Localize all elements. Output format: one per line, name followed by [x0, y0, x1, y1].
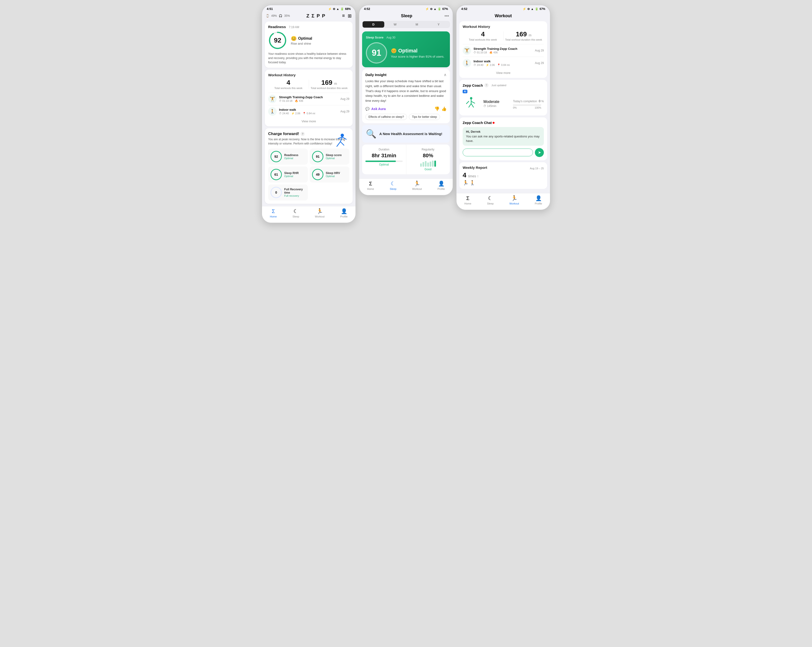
suggestion-2[interactable]: Tips for better sleep — [409, 114, 440, 120]
workout-item-2[interactable]: 🚶 Indoor walk ⏱ 24:40 ⚡ 2.06 📍 0.84 mi A… — [268, 105, 350, 118]
workout-history-title-3: Workout History — [462, 24, 544, 29]
filter-icon[interactable]: ≡ — [342, 13, 345, 19]
daily-insight-card: Daily Insight ∧ Looks like your sleep sc… — [362, 69, 450, 123]
weekly-dates: Aug 19 – 25 — [530, 167, 544, 170]
reg-bar-1 — [420, 164, 422, 167]
workout-label-3: Workout — [510, 202, 519, 205]
chat-greeting: Hi, Derrek — [466, 130, 480, 133]
total-duration-label-3: Total workout duration this week — [504, 38, 544, 41]
workout-date-3b: Aug 29 — [535, 61, 544, 65]
nav-home-3[interactable]: Σ Home — [464, 195, 471, 205]
workout-history-card-1: Workout History 4 Total workouts this we… — [265, 70, 353, 126]
readiness-status-label: Optimal — [298, 37, 312, 41]
home-icon-1: Σ — [272, 208, 275, 214]
nav-profile-2[interactable]: 👤 Profile — [437, 180, 445, 190]
earphone-icon: 🎧 — [279, 14, 282, 17]
reg-bar-3 — [425, 161, 427, 167]
workout-item-1[interactable]: 🏋 Strength Training·Zepp Coach ⏱ 01:10:1… — [268, 93, 350, 105]
coach-chat-card: Zepp Coach Chat Hi, Derrek You can ask m… — [459, 117, 547, 160]
assessment-text: A New Health Assessment is Waiting! — [379, 132, 443, 136]
coach-completion-block: Today's completion 0 % 0% 100% — [513, 98, 544, 109]
suggestion-tags: Effects of caffeine on sleep? Tips for b… — [365, 114, 447, 120]
svg-line-5 — [340, 142, 344, 145]
metric-sleep-hrv-info: Sleep HRV Optimal — [326, 171, 340, 177]
thumbs-down-icon[interactable]: 👎 — [434, 106, 440, 112]
view-more-1[interactable]: View more — [268, 118, 350, 123]
info-icon[interactable]: ? — [301, 132, 305, 136]
nav-profile-1[interactable]: 👤 Profile — [340, 208, 348, 218]
more-icon[interactable]: ••• — [444, 14, 449, 18]
readiness-title: Readiness — [268, 25, 286, 29]
chat-input[interactable] — [462, 148, 533, 156]
day-tab-m[interactable]: M — [406, 21, 428, 28]
ask-aura-row[interactable]: 💬 Ask Aura 👎 👍 — [365, 106, 447, 112]
collapse-icon[interactable]: ∧ — [444, 72, 447, 77]
sleep-screen-title: Sleep — [401, 14, 412, 18]
chat-send-button[interactable]: ➤ — [535, 148, 544, 157]
duration-bar — [365, 161, 403, 162]
chat-input-row: ➤ — [462, 148, 544, 157]
nav-sleep-2[interactable]: ☾ Sleep — [390, 180, 396, 190]
zepp-coach-card: Zepp Coach ? Just updated AI — [459, 80, 547, 115]
coach-info-icon[interactable]: ? — [484, 83, 488, 87]
workout-item-3a[interactable]: 🏋 Strength Training·Zepp Coach ⏱ 01:10:1… — [462, 44, 544, 57]
run-icon: 🏃 — [462, 180, 469, 186]
nav-home-2[interactable]: Σ Home — [367, 180, 374, 190]
weekly-times-row: 4 times ↑ — [462, 171, 544, 179]
reg-bar-7 — [434, 161, 436, 167]
status-time-2: 4:52 — [364, 7, 370, 11]
workout-label-1: Workout — [315, 215, 325, 218]
nav-workout-1[interactable]: 🏃 Workout — [315, 208, 325, 218]
workout-label-2: Workout — [412, 188, 422, 190]
sleep-stats: Duration 8hr 31min Optimal Regularity 80… — [362, 145, 450, 174]
screen2-phone: 4:52 ⚡ ⊖ ▲ 🔋 67% Sleep ••• D W M Y Sleep… — [359, 5, 453, 196]
grid-icon[interactable]: ⊞ — [348, 13, 352, 19]
nav-workout-2[interactable]: 🏃 Workout — [412, 180, 422, 190]
total-workouts-value-3: 4 — [462, 31, 503, 38]
reg-bar-5 — [430, 162, 431, 167]
day-tab-d[interactable]: D — [363, 21, 384, 28]
ai-badge-row: AI — [462, 90, 544, 93]
workout-name-1: Strength Training·Zepp Coach — [279, 95, 338, 99]
metric-sleep-score-circle: 91 — [312, 151, 324, 162]
workout-date-2: Aug 29 — [340, 110, 350, 113]
new-assessment[interactable]: 🔍 A New Health Assessment is Waiting! — [362, 125, 450, 142]
readiness-circle: 92 — [268, 31, 287, 50]
sleep-status-label: Optimal — [398, 48, 418, 54]
bottom-nav-2: Σ Home ☾ Sleep 🏃 Workout 👤 Profile — [359, 179, 453, 195]
coach-header: Zepp Coach ? Just updated — [462, 83, 544, 87]
sleep-status: 😊 Optimal — [391, 48, 444, 54]
nav-home-1[interactable]: Σ Home — [270, 208, 277, 218]
workout-icon-3b: 🚶 — [462, 59, 471, 67]
bottom-nav-3: Σ Home ☾ Sleep 🏃 Workout 👤 Profile — [456, 193, 550, 210]
home-icon-3: Σ — [466, 195, 470, 202]
nav-profile-3[interactable]: 👤 Profile — [535, 195, 542, 205]
coach-title: Zepp Coach — [462, 83, 483, 87]
status-time-3: 4:52 — [461, 7, 467, 11]
profile-icon-1: 👤 — [341, 208, 347, 214]
profile-icon-2: 👤 — [438, 180, 444, 187]
svg-point-2 — [340, 134, 344, 137]
thumbs-up-icon[interactable]: 👍 — [441, 106, 447, 112]
nav-sleep-1[interactable]: ☾ Sleep — [293, 208, 299, 218]
watch-battery: 49% — [271, 14, 277, 17]
metric-readiness: 92 Readiness Optimal — [268, 148, 308, 165]
total-duration-label-1: Total workout duration this week — [309, 86, 350, 90]
just-updated: Just updated — [491, 84, 506, 87]
nav-workout-3[interactable]: 🏃 Workout — [510, 195, 519, 205]
view-more-3[interactable]: View more — [462, 69, 544, 75]
coach-intensity: Moderate — [484, 99, 499, 104]
reg-bar-6 — [432, 161, 433, 167]
day-tab-w[interactable]: W — [384, 21, 406, 28]
coach-body: Moderate ⏱ 145min Today's completion 0 % — [462, 95, 544, 112]
home-icon-2: Σ — [369, 180, 372, 187]
metric-sleep-hrv-circle: 49 — [312, 169, 324, 180]
sleep-score-header: Sleep Score Aug 30 — [366, 35, 446, 40]
weekly-report-title: Weekly Report — [462, 165, 487, 170]
workout-item-3b[interactable]: 🚶 Indoor walk ⏱ 24:40 ⚡ 2.06 📍 0.84 mi A… — [462, 57, 544, 69]
reg-bar-4 — [427, 162, 429, 167]
suggestion-1[interactable]: Effects of caffeine on sleep? — [365, 114, 407, 120]
nav-sleep-3[interactable]: ☾ Sleep — [487, 195, 494, 205]
coach-completion-value: 0 — [539, 99, 540, 103]
day-tab-y[interactable]: Y — [428, 21, 449, 28]
